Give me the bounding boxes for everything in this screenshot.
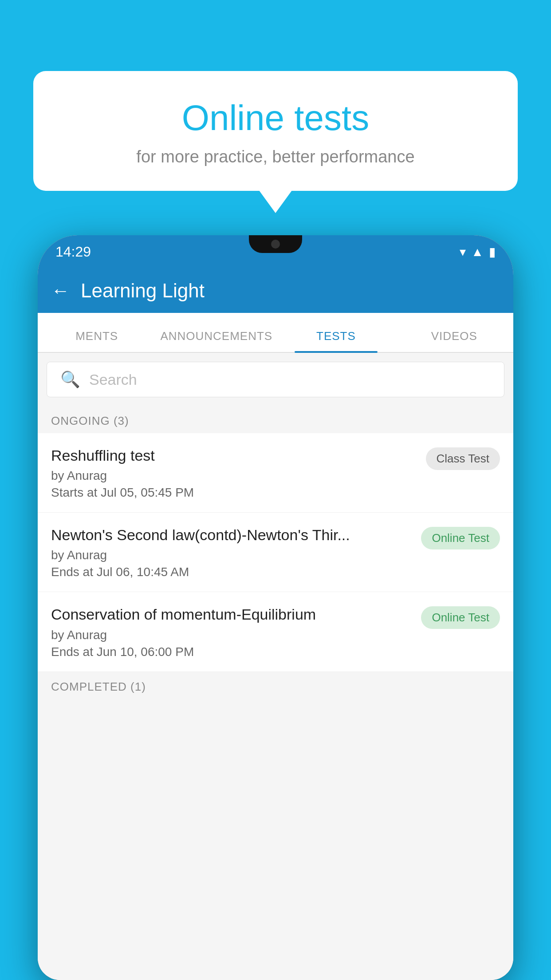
test-badge-online: Online Test bbox=[421, 606, 500, 629]
status-bar: 14:29 ▾ ▲ ▮ bbox=[38, 235, 513, 269]
time-label: Starts at bbox=[51, 486, 97, 499]
app-header: ← Learning Light bbox=[38, 269, 513, 313]
test-time: Starts at Jul 05, 05:45 PM bbox=[51, 486, 417, 500]
time-value: Jul 05, 05:45 PM bbox=[101, 486, 194, 499]
status-time: 14:29 bbox=[55, 244, 91, 260]
test-name: Newton's Second law(contd)-Newton's Thir… bbox=[51, 525, 412, 545]
time-label: Ends at bbox=[51, 565, 93, 579]
speech-bubble: Online tests for more practice, better p… bbox=[33, 71, 518, 191]
bubble-subtitle: for more practice, better performance bbox=[55, 147, 496, 166]
screen-content: 🔍 Search ONGOING (3) Reshuffling test by… bbox=[38, 353, 513, 980]
test-name: Conservation of momentum-Equilibrium bbox=[51, 605, 412, 624]
search-icon: 🔍 bbox=[60, 370, 80, 389]
phone-screen: 14:29 ▾ ▲ ▮ ← Learning Light MENTS ANNOU… bbox=[38, 235, 513, 980]
test-time: Ends at Jun 10, 06:00 PM bbox=[51, 645, 412, 659]
test-badge-class: Class Test bbox=[426, 447, 500, 470]
test-author: by Anurag bbox=[51, 628, 412, 642]
time-value: Jun 10, 06:00 PM bbox=[97, 645, 194, 659]
search-bar[interactable]: 🔍 Search bbox=[47, 362, 504, 397]
test-author: by Anurag bbox=[51, 548, 412, 562]
tab-tests[interactable]: TESTS bbox=[277, 329, 395, 352]
phone-notch bbox=[249, 235, 302, 253]
tab-ments[interactable]: MENTS bbox=[38, 329, 156, 352]
signal-icon: ▲ bbox=[471, 245, 484, 259]
search-placeholder: Search bbox=[89, 371, 137, 388]
tab-bar: MENTS ANNOUNCEMENTS TESTS VIDEOS bbox=[38, 313, 513, 353]
tab-videos[interactable]: VIDEOS bbox=[395, 329, 513, 352]
test-name: Reshuffling test bbox=[51, 446, 417, 465]
app-title: Learning Light bbox=[81, 280, 205, 302]
back-button[interactable]: ← bbox=[51, 280, 70, 301]
test-author: by Anurag bbox=[51, 469, 417, 483]
test-time: Ends at Jul 06, 10:45 AM bbox=[51, 565, 412, 579]
battery-icon: ▮ bbox=[489, 245, 496, 259]
completed-section-header: COMPLETED (1) bbox=[38, 672, 513, 699]
status-icons: ▾ ▲ ▮ bbox=[460, 245, 496, 259]
time-value: Jul 06, 10:45 AM bbox=[97, 565, 189, 579]
test-item[interactable]: Conservation of momentum-Equilibrium by … bbox=[38, 592, 513, 672]
test-info: Conservation of momentum-Equilibrium by … bbox=[51, 605, 412, 659]
tab-announcements[interactable]: ANNOUNCEMENTS bbox=[156, 329, 277, 352]
camera bbox=[271, 240, 280, 249]
test-item[interactable]: Newton's Second law(contd)-Newton's Thir… bbox=[38, 513, 513, 592]
test-list: Reshuffling test by Anurag Starts at Jul… bbox=[38, 433, 513, 672]
bubble-title: Online tests bbox=[55, 98, 496, 138]
test-item[interactable]: Reshuffling test by Anurag Starts at Jul… bbox=[38, 433, 513, 513]
test-info: Reshuffling test by Anurag Starts at Jul… bbox=[51, 446, 417, 500]
phone-device: 14:29 ▾ ▲ ▮ ← Learning Light MENTS ANNOU… bbox=[38, 235, 513, 980]
ongoing-section-header: ONGOING (3) bbox=[38, 406, 513, 433]
wifi-icon: ▾ bbox=[460, 245, 466, 259]
test-badge-online: Online Test bbox=[421, 527, 500, 549]
time-label: Ends at bbox=[51, 645, 93, 659]
test-info: Newton's Second law(contd)-Newton's Thir… bbox=[51, 525, 412, 579]
